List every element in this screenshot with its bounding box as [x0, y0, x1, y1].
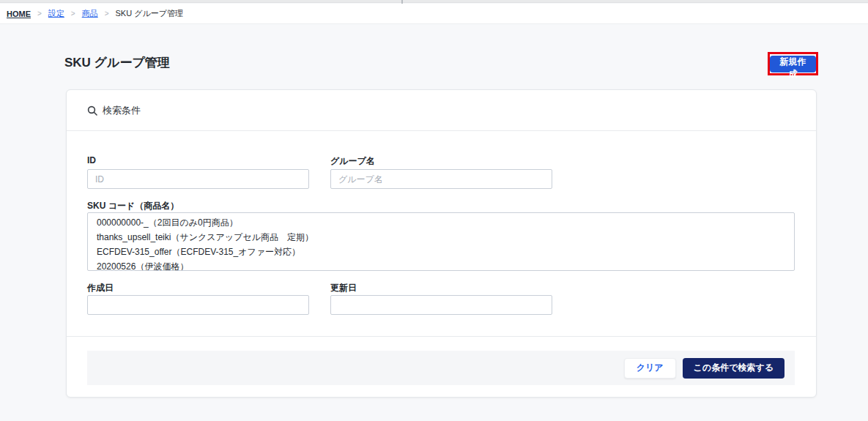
- search-conditions-card: 検索条件 ID グループ名 SKU コード（商品名） 000000000-_（2…: [66, 89, 817, 398]
- updated-date-label: 更新日: [330, 282, 357, 294]
- search-conditions-header: 検索条件: [67, 90, 816, 131]
- group-name-label: グループ名: [330, 155, 375, 168]
- created-date-input[interactable]: [87, 295, 309, 315]
- page-title: SKU グループ管理: [64, 54, 170, 71]
- card-footer-divider: [67, 336, 816, 337]
- sku-group-admin-screen: HOME>設定>商品>SKU グループ管理 SKU グループ管理 新規作成 検索…: [0, 0, 868, 421]
- updated-date-input[interactable]: [330, 295, 552, 315]
- breadcrumb-item[interactable]: HOME: [7, 10, 31, 18]
- breadcrumb-item[interactable]: 設定: [48, 8, 64, 19]
- sku-list-option[interactable]: ECFDEV-315_offer（ECFDEV-315_オファー対応）: [88, 245, 794, 259]
- breadcrumb: HOME>設定>商品>SKU グループ管理: [0, 4, 868, 24]
- search-submit-button[interactable]: この条件で検索する: [683, 358, 784, 379]
- sku-code-listbox[interactable]: 000000000-_（2回目のみ0円商品）thanks_upsell_teik…: [87, 212, 795, 271]
- clear-button[interactable]: クリア: [624, 358, 676, 379]
- red-highlight-box: 新規作成: [768, 52, 818, 75]
- breadcrumb-item[interactable]: 商品: [82, 8, 98, 19]
- group-name-input[interactable]: [330, 169, 552, 189]
- breadcrumb-separator: >: [37, 10, 42, 18]
- sku-list-option[interactable]: 000000000-_（2回目のみ0円商品）: [88, 215, 794, 230]
- search-conditions-title: 検索条件: [103, 104, 141, 117]
- sku-code-label: SKU コード（商品名）: [87, 200, 179, 212]
- search-icon: [87, 105, 97, 116]
- created-date-label: 作成日: [87, 282, 114, 294]
- search-actions-bar: クリア この条件で検索する: [87, 351, 795, 385]
- breadcrumb-item: SKU グループ管理: [116, 8, 183, 19]
- create-new-button[interactable]: 新規作成: [770, 56, 816, 72]
- breadcrumb-separator: >: [71, 10, 75, 18]
- sku-list-option[interactable]: 20200526（伊波価格）: [88, 259, 794, 271]
- breadcrumb-separator: >: [105, 10, 109, 18]
- top-edge-strip: [0, 0, 868, 3]
- sku-list-option[interactable]: thanks_upsell_teiki（サンクスアップセル商品 定期）: [88, 230, 794, 245]
- id-label: ID: [87, 155, 96, 165]
- id-input[interactable]: [87, 169, 309, 189]
